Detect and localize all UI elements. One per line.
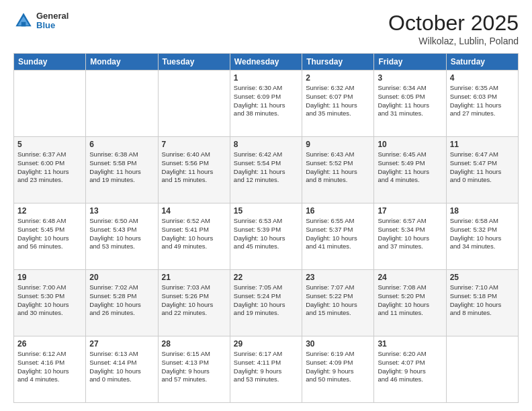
cell-info: Sunrise: 6:13 AM Sunset: 4:14 PM Dayligh… bbox=[89, 350, 154, 384]
calendar-header-thursday: Thursday bbox=[302, 54, 374, 71]
calendar-header-sunday: Sunday bbox=[14, 54, 86, 71]
cell-info: Sunrise: 6:45 AM Sunset: 5:49 PM Dayligh… bbox=[378, 150, 442, 185]
day-number: 31 bbox=[378, 339, 442, 349]
title-block: October 2025 Wilkolaz, Lublin, Poland bbox=[388, 11, 519, 46]
cell-info: Sunrise: 7:00 AM Sunset: 5:30 PM Dayligh… bbox=[17, 283, 82, 318]
calendar-cell: 21Sunrise: 7:03 AM Sunset: 5:26 PM Dayli… bbox=[158, 270, 230, 336]
header: General Blue October 2025 Wilkolaz, Lubl… bbox=[13, 11, 519, 46]
day-number: 12 bbox=[17, 206, 82, 216]
day-number: 11 bbox=[450, 140, 515, 149]
calendar-week-row: 26Sunrise: 6:12 AM Sunset: 4:16 PM Dayli… bbox=[14, 336, 519, 403]
day-number: 1 bbox=[234, 73, 298, 83]
day-number: 3 bbox=[378, 73, 442, 83]
svg-rect-2 bbox=[21, 22, 26, 27]
calendar-cell: 23Sunrise: 7:07 AM Sunset: 5:22 PM Dayli… bbox=[302, 270, 374, 336]
title-month: October 2025 bbox=[388, 11, 519, 36]
calendar-cell: 25Sunrise: 7:10 AM Sunset: 5:18 PM Dayli… bbox=[446, 270, 518, 336]
calendar-cell: 22Sunrise: 7:05 AM Sunset: 5:24 PM Dayli… bbox=[230, 270, 302, 336]
day-number: 21 bbox=[162, 273, 226, 282]
cell-info: Sunrise: 6:19 AM Sunset: 4:09 PM Dayligh… bbox=[306, 350, 370, 384]
calendar-cell: 14Sunrise: 6:52 AM Sunset: 5:41 PM Dayli… bbox=[158, 203, 230, 270]
calendar-cell: 13Sunrise: 6:50 AM Sunset: 5:43 PM Dayli… bbox=[86, 203, 158, 270]
cell-info: Sunrise: 6:37 AM Sunset: 6:00 PM Dayligh… bbox=[17, 150, 82, 185]
calendar-cell: 1Sunrise: 6:30 AM Sunset: 6:09 PM Daylig… bbox=[230, 71, 302, 137]
cell-info: Sunrise: 6:57 AM Sunset: 5:34 PM Dayligh… bbox=[378, 217, 442, 251]
day-number: 16 bbox=[306, 206, 370, 216]
cell-info: Sunrise: 6:43 AM Sunset: 5:52 PM Dayligh… bbox=[306, 150, 370, 185]
day-number: 2 bbox=[306, 73, 370, 83]
calendar-header-friday: Friday bbox=[374, 54, 446, 71]
day-number: 4 bbox=[450, 73, 515, 83]
calendar-cell bbox=[158, 71, 230, 137]
calendar-cell: 19Sunrise: 7:00 AM Sunset: 5:30 PM Dayli… bbox=[14, 270, 86, 336]
calendar-header-monday: Monday bbox=[86, 54, 158, 71]
day-number: 5 bbox=[17, 140, 82, 149]
day-number: 20 bbox=[89, 273, 154, 282]
calendar-cell: 10Sunrise: 6:45 AM Sunset: 5:49 PM Dayli… bbox=[374, 137, 446, 203]
day-number: 17 bbox=[378, 206, 442, 216]
calendar-cell: 29Sunrise: 6:17 AM Sunset: 4:11 PM Dayli… bbox=[230, 336, 302, 403]
cell-info: Sunrise: 6:15 AM Sunset: 4:13 PM Dayligh… bbox=[162, 350, 226, 384]
cell-info: Sunrise: 6:53 AM Sunset: 5:39 PM Dayligh… bbox=[234, 217, 298, 251]
day-number: 30 bbox=[306, 339, 370, 349]
calendar-body: 1Sunrise: 6:30 AM Sunset: 6:09 PM Daylig… bbox=[14, 71, 519, 403]
title-location: Wilkolaz, Lublin, Poland bbox=[388, 36, 519, 46]
cell-info: Sunrise: 7:10 AM Sunset: 5:18 PM Dayligh… bbox=[450, 283, 515, 318]
calendar-cell: 30Sunrise: 6:19 AM Sunset: 4:09 PM Dayli… bbox=[302, 336, 374, 403]
day-number: 23 bbox=[306, 273, 370, 282]
logo-blue-text: Blue bbox=[36, 21, 69, 30]
cell-info: Sunrise: 6:42 AM Sunset: 5:54 PM Dayligh… bbox=[234, 150, 298, 185]
calendar-cell: 24Sunrise: 7:08 AM Sunset: 5:20 PM Dayli… bbox=[374, 270, 446, 336]
cell-info: Sunrise: 6:40 AM Sunset: 5:56 PM Dayligh… bbox=[162, 150, 226, 185]
calendar-header-row: SundayMondayTuesdayWednesdayThursdayFrid… bbox=[14, 54, 519, 71]
calendar-cell: 17Sunrise: 6:57 AM Sunset: 5:34 PM Dayli… bbox=[374, 203, 446, 270]
day-number: 24 bbox=[378, 273, 442, 282]
calendar-week-row: 5Sunrise: 6:37 AM Sunset: 6:00 PM Daylig… bbox=[14, 137, 519, 203]
calendar-cell: 26Sunrise: 6:12 AM Sunset: 4:16 PM Dayli… bbox=[14, 336, 86, 403]
calendar-cell: 8Sunrise: 6:42 AM Sunset: 5:54 PM Daylig… bbox=[230, 137, 302, 203]
calendar-cell: 12Sunrise: 6:48 AM Sunset: 5:45 PM Dayli… bbox=[14, 203, 86, 270]
day-number: 18 bbox=[450, 206, 515, 216]
day-number: 26 bbox=[17, 339, 82, 349]
day-number: 10 bbox=[378, 140, 442, 149]
page: General Blue October 2025 Wilkolaz, Lubl… bbox=[0, 0, 532, 411]
calendar-cell: 31Sunrise: 6:20 AM Sunset: 4:07 PM Dayli… bbox=[374, 336, 446, 403]
calendar-table: SundayMondayTuesdayWednesdayThursdayFrid… bbox=[13, 53, 519, 403]
cell-info: Sunrise: 6:20 AM Sunset: 4:07 PM Dayligh… bbox=[378, 350, 442, 384]
calendar-cell: 28Sunrise: 6:15 AM Sunset: 4:13 PM Dayli… bbox=[158, 336, 230, 403]
day-number: 6 bbox=[89, 140, 154, 149]
day-number: 13 bbox=[89, 206, 154, 216]
day-number: 14 bbox=[162, 206, 226, 216]
day-number: 29 bbox=[234, 339, 298, 349]
calendar-header-saturday: Saturday bbox=[446, 54, 518, 71]
cell-info: Sunrise: 7:07 AM Sunset: 5:22 PM Dayligh… bbox=[306, 283, 370, 318]
cell-info: Sunrise: 6:17 AM Sunset: 4:11 PM Dayligh… bbox=[234, 350, 298, 384]
calendar-cell: 16Sunrise: 6:55 AM Sunset: 5:37 PM Dayli… bbox=[302, 203, 374, 270]
day-number: 25 bbox=[450, 273, 515, 282]
calendar-cell bbox=[446, 336, 518, 403]
day-number: 28 bbox=[162, 339, 226, 349]
cell-info: Sunrise: 6:48 AM Sunset: 5:45 PM Dayligh… bbox=[17, 217, 82, 251]
calendar-cell: 2Sunrise: 6:32 AM Sunset: 6:07 PM Daylig… bbox=[302, 71, 374, 137]
cell-info: Sunrise: 6:50 AM Sunset: 5:43 PM Dayligh… bbox=[89, 217, 154, 251]
cell-info: Sunrise: 6:38 AM Sunset: 5:58 PM Dayligh… bbox=[89, 150, 154, 185]
calendar-week-row: 12Sunrise: 6:48 AM Sunset: 5:45 PM Dayli… bbox=[14, 203, 519, 270]
cell-info: Sunrise: 6:32 AM Sunset: 6:07 PM Dayligh… bbox=[306, 84, 370, 118]
day-number: 9 bbox=[306, 140, 370, 149]
calendar-header-tuesday: Tuesday bbox=[158, 54, 230, 71]
day-number: 8 bbox=[234, 140, 298, 149]
cell-info: Sunrise: 6:47 AM Sunset: 5:47 PM Dayligh… bbox=[450, 150, 515, 185]
day-number: 15 bbox=[234, 206, 298, 216]
cell-info: Sunrise: 6:58 AM Sunset: 5:32 PM Dayligh… bbox=[450, 217, 515, 251]
day-number: 19 bbox=[17, 273, 82, 282]
calendar-cell: 27Sunrise: 6:13 AM Sunset: 4:14 PM Dayli… bbox=[86, 336, 158, 403]
calendar-week-row: 1Sunrise: 6:30 AM Sunset: 6:09 PM Daylig… bbox=[14, 71, 519, 137]
calendar-cell: 11Sunrise: 6:47 AM Sunset: 5:47 PM Dayli… bbox=[446, 137, 518, 203]
day-number: 22 bbox=[234, 273, 298, 282]
calendar-cell: 7Sunrise: 6:40 AM Sunset: 5:56 PM Daylig… bbox=[158, 137, 230, 203]
cell-info: Sunrise: 7:02 AM Sunset: 5:28 PM Dayligh… bbox=[89, 283, 154, 318]
calendar-cell: 3Sunrise: 6:34 AM Sunset: 6:05 PM Daylig… bbox=[374, 71, 446, 137]
logo-text: General Blue bbox=[36, 11, 69, 31]
calendar-cell: 15Sunrise: 6:53 AM Sunset: 5:39 PM Dayli… bbox=[230, 203, 302, 270]
cell-info: Sunrise: 6:30 AM Sunset: 6:09 PM Dayligh… bbox=[234, 84, 298, 118]
